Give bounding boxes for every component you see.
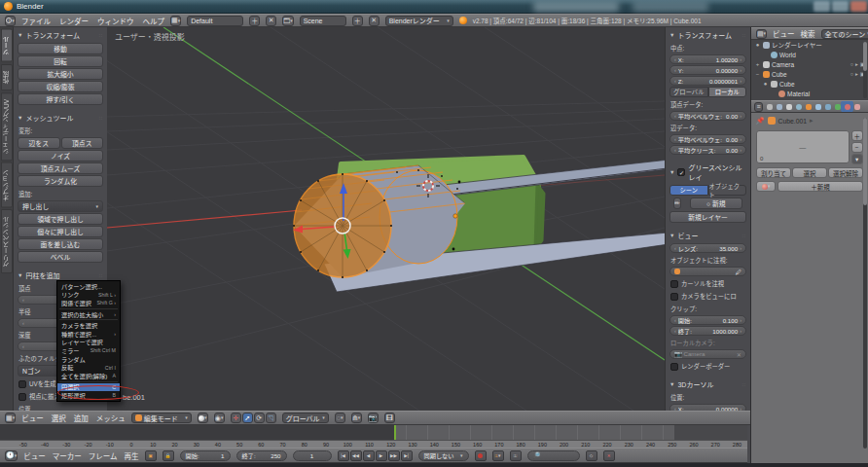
- viewport-shading-select[interactable]: ▾: [198, 413, 208, 423]
- tool-button-押す/引く[interactable]: 押す/引く: [18, 93, 103, 105]
- outliner-row-Cube[interactable]: ●Cube: [751, 79, 868, 89]
- menu-ファイル[interactable]: ファイル: [21, 16, 51, 26]
- current-frame-field[interactable]: 1: [293, 450, 332, 461]
- checkbox-icon[interactable]: ✓: [677, 168, 685, 176]
- properties-tab-texture[interactable]: [852, 102, 861, 111]
- vertex-data-field[interactable]: ‹平均ベベルウェ:0.00›: [669, 111, 746, 121]
- minimize-button[interactable]: [814, 1, 830, 12]
- tool-button-面を差し込む[interactable]: 面を差し込む: [18, 238, 103, 250]
- maximize-button[interactable]: [832, 1, 849, 12]
- scene-icon[interactable]: 🗔▾: [282, 16, 294, 26]
- decrement-arrow-icon[interactable]: ‹: [674, 67, 676, 73]
- arrow-icon[interactable]: ▸: [855, 71, 858, 77]
- properties-tab-modifiers[interactable]: [823, 102, 832, 111]
- keying-set-icon[interactable]: ⚿▾: [492, 450, 504, 461]
- mode-select[interactable]: 編集モード▾: [131, 413, 192, 423]
- tool-button-ノイズ[interactable]: ノイズ: [18, 150, 103, 162]
- decrement-arrow-icon[interactable]: ‹: [674, 245, 676, 251]
- panel-3d-cursor[interactable]: ▼3Dカーソル∷: [666, 377, 750, 391]
- panel-mesh-tools[interactable]: ▼メッシュツール∷: [14, 111, 107, 125]
- panel-transform[interactable]: ▼トランスフォーム∷: [666, 28, 750, 42]
- decrement-arrow-icon[interactable]: ‹: [674, 328, 676, 334]
- clear-icon[interactable]: ✕: [737, 351, 741, 358]
- menu-item-レイヤーで選択[interactable]: レイヤーで選択: [57, 339, 120, 347]
- tool-button-ランダム化[interactable]: ランダム化: [18, 175, 103, 187]
- increment-arrow-icon[interactable]: ›: [740, 245, 741, 251]
- transport-button-3[interactable]: ▶: [376, 450, 387, 461]
- outliner-row-Camera[interactable]: +Camera○▸▣: [751, 59, 868, 69]
- properties-tab-object-data[interactable]: [833, 102, 842, 111]
- decrement-arrow-icon[interactable]: ‹: [674, 113, 676, 119]
- timeline-menu-ビュー[interactable]: ビュー: [23, 450, 46, 461]
- properties-tab-world[interactable]: [794, 102, 803, 111]
- decrement-arrow-icon[interactable]: ‹: [674, 136, 676, 142]
- decrement-arrow-icon[interactable]: ‹: [22, 297, 24, 303]
- median-field-Y:[interactable]: ‹Y:0.00000›: [669, 65, 746, 75]
- menu-item-全てを選択(解除)[interactable]: 全てを選択(解除)A: [57, 372, 120, 380]
- remove-slot-button[interactable]: −: [851, 142, 864, 153]
- manipulator-scale-icon[interactable]: ◹: [266, 413, 276, 423]
- tool-button-拡大縮小[interactable]: 拡大縮小: [18, 68, 103, 80]
- decrement-arrow-icon[interactable]: ‹: [674, 56, 676, 62]
- frame-start-field[interactable]: 開始:1: [180, 450, 231, 461]
- properties-tab-constraints[interactable]: [814, 102, 822, 111]
- lock-object-field[interactable]: 🖊: [669, 267, 746, 276]
- editor-type-outliner-icon[interactable]: ▤▾: [756, 29, 767, 39]
- lock-icon[interactable]: 🔒: [163, 450, 174, 461]
- tool-tab-グリースペンシル[interactable]: グリースペンシル: [1, 209, 13, 273]
- tool-button-領域で押し出し[interactable]: 領域で押し出し: [18, 213, 103, 225]
- lens-field[interactable]: ‹レンズ:35.000›: [669, 243, 746, 253]
- scene-toggle[interactable]: シーン: [669, 185, 708, 196]
- increment-arrow-icon[interactable]: ›: [740, 147, 741, 153]
- scene-field[interactable]: Scene: [300, 16, 346, 26]
- tool-button-頂点スムーズ[interactable]: 頂点スムーズ: [18, 162, 103, 174]
- menu-ウィンドウ[interactable]: ウィンドウ: [97, 16, 134, 26]
- delete-key-icon[interactable]: ✕: [603, 450, 615, 461]
- render-engine-select[interactable]: Blenderレンダー▾: [385, 16, 453, 26]
- transport-button-2[interactable]: ◀: [363, 450, 375, 461]
- menu-item-リンク[interactable]: リンクShift L ›: [57, 291, 120, 300]
- add-slot-button[interactable]: ＋: [851, 130, 864, 141]
- manipulator-active-icon[interactable]: ➚: [242, 413, 253, 423]
- preview-range-icon[interactable]: ▣: [145, 450, 157, 461]
- checkbox-render-border[interactable]: レンダーボーダー: [666, 360, 750, 373]
- expand-icon[interactable]: +: [754, 61, 761, 67]
- snap-magnet-icon[interactable]: ⋒▾: [351, 413, 362, 423]
- outliner-menu-検索[interactable]: 検索: [801, 28, 815, 39]
- scene-filter-select[interactable]: 全てのシーン▾: [821, 29, 868, 39]
- editor-type-timeline-icon[interactable]: 🕐▾: [5, 450, 18, 461]
- outliner-row-レンダーレイヤー[interactable]: ●レンダーレイヤー: [751, 40, 868, 50]
- record-icon[interactable]: [475, 450, 487, 461]
- delete-scene-button[interactable]: ✕: [369, 16, 380, 26]
- properties-tab-material[interactable]: [843, 102, 851, 111]
- checkbox-icon[interactable]: [18, 393, 26, 401]
- increment-arrow-icon[interactable]: ›: [740, 136, 741, 142]
- increment-arrow-icon[interactable]: ›: [740, 56, 741, 62]
- pin-icon[interactable]: 📌: [756, 117, 765, 125]
- properties-tab-render-layers[interactable]: [775, 102, 783, 111]
- clip-field-開始:[interactable]: ‹開始:0.100›: [669, 315, 746, 325]
- slot-specials-button[interactable]: ▾: [851, 154, 864, 164]
- screen-layout-field[interactable]: Default: [187, 16, 243, 26]
- transport-button-0[interactable]: |◀: [338, 450, 349, 461]
- checkbox-icon[interactable]: [18, 380, 26, 388]
- gp-new-layer-button[interactable]: 新規レイヤー: [669, 211, 746, 223]
- properties-tab-object[interactable]: [804, 102, 813, 111]
- local-camera-field[interactable]: 📷 Camera✕: [669, 349, 746, 359]
- manipulator-translate-icon[interactable]: ✛: [231, 413, 241, 423]
- timeline-menu-マーカー[interactable]: マーカー: [53, 450, 82, 461]
- add-scene-button[interactable]: ＋: [352, 16, 363, 26]
- panel-transform-tools[interactable]: ▼トランスフォーム∷: [14, 28, 107, 42]
- global-toggle[interactable]: グローバル: [669, 87, 708, 97]
- manipulator-rotate-icon[interactable]: ⟳: [254, 413, 265, 423]
- eye-icon[interactable]: ○: [850, 71, 853, 77]
- menu-レンダー[interactable]: レンダー: [59, 16, 89, 26]
- median-field-Z:[interactable]: ‹Z:0.0000001›: [669, 76, 746, 86]
- outliner-menu-ビュー[interactable]: ビュー: [773, 28, 795, 39]
- increment-arrow-icon[interactable]: ›: [740, 317, 741, 323]
- object-toggle[interactable]: オブジェクト: [708, 185, 747, 196]
- decrement-arrow-icon[interactable]: ‹: [22, 320, 24, 326]
- extrude-dropdown[interactable]: 押し出し▾: [18, 200, 103, 212]
- opengl-render-icon[interactable]: 📷: [368, 413, 379, 423]
- close-button[interactable]: [850, 1, 867, 12]
